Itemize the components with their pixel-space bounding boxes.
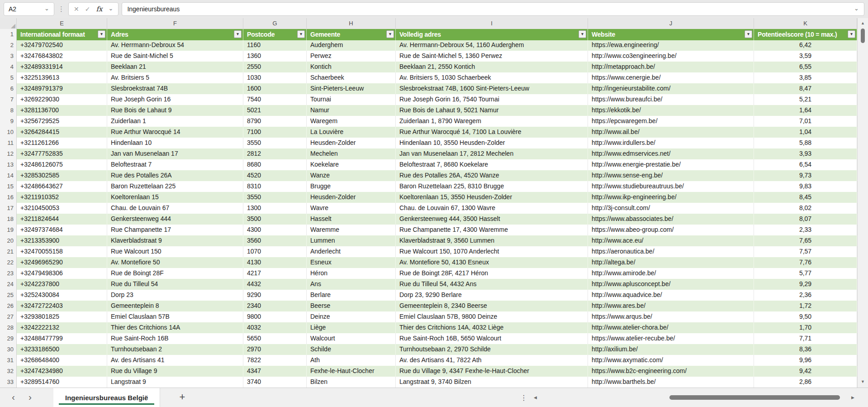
cell[interactable]: Rue Saint-Roch 16B, 5650 Walcourt xyxy=(396,333,588,345)
column-letter-H[interactable]: H xyxy=(307,18,396,29)
row-number[interactable]: 14 xyxy=(0,170,17,182)
cell[interactable]: 8,36 xyxy=(754,344,857,355)
cell[interactable]: +3269229030 xyxy=(17,94,107,105)
row-number[interactable]: 3 xyxy=(0,51,17,62)
cell[interactable]: 7,71 xyxy=(754,333,857,345)
cell[interactable]: Rue du Village 9, 4347 Fexhe-le-Haut-Clo… xyxy=(396,366,588,377)
cell[interactable]: 2812 xyxy=(243,148,307,160)
name-box[interactable]: A2 ⌄ xyxy=(4,2,54,16)
cell[interactable]: http://www.ares.be/ xyxy=(588,301,754,312)
cell[interactable]: +3242222132 xyxy=(17,322,107,334)
row-number[interactable]: 23 xyxy=(0,268,17,279)
name-box-resize-handle-icon[interactable]: ⋮ xyxy=(57,5,65,13)
next-sheet-icon[interactable]: › xyxy=(28,392,33,402)
cell[interactable]: Ans xyxy=(307,279,396,290)
cell[interactable]: Rue Bois de Lahaut 9 xyxy=(107,105,243,116)
row-number[interactable]: 10 xyxy=(0,127,17,138)
chevron-down-icon[interactable]: ⌄ xyxy=(108,5,113,11)
cell[interactable]: Deinze xyxy=(307,311,396,323)
cell[interactable]: Turnhoutsebaan 2, 2970 Schilde xyxy=(396,344,588,355)
filter-button[interactable]: ▾ xyxy=(579,30,586,38)
column-letter-J[interactable]: J xyxy=(588,18,754,29)
cell[interactable]: 3740 xyxy=(243,377,307,388)
cell[interactable]: http://www.co3engineering.be/ xyxy=(588,51,754,62)
cell[interactable]: http://www.sense-eng.be/ xyxy=(588,170,754,182)
cell[interactable]: La Louvière xyxy=(307,127,396,138)
row-number[interactable]: 7 xyxy=(0,94,17,105)
cell[interactable]: Tournai xyxy=(307,94,396,105)
cell[interactable]: 3560 xyxy=(243,235,307,247)
cell[interactable]: Turnhoutsebaan 2 xyxy=(107,344,243,355)
cell[interactable]: http://www.ail.be/ xyxy=(588,127,754,138)
cell[interactable]: 3,85 xyxy=(754,72,857,84)
cell[interactable]: https://www.atelier-recube.be/ xyxy=(588,333,754,345)
cell[interactable]: https://www.bureaufci.be/ xyxy=(588,94,754,105)
cell[interactable]: Wavre xyxy=(307,203,396,214)
cell[interactable]: 1030 xyxy=(243,72,307,84)
cell[interactable]: Rue Bois de Lahaut 9, 5021 Namur xyxy=(396,105,588,116)
cell[interactable]: +3211261266 xyxy=(17,138,107,149)
cell[interactable]: +32486643627 xyxy=(17,181,107,192)
cell[interactable]: 1360 xyxy=(243,51,307,62)
cell[interactable]: Waremme xyxy=(307,225,396,236)
cell[interactable]: 9,29 xyxy=(754,279,857,290)
cell[interactable]: Rue Walcourt 150 xyxy=(107,246,243,258)
cell[interactable]: http://metapproach.be/ xyxy=(588,62,754,73)
cell[interactable]: https://ekkotik.be/ xyxy=(588,105,754,116)
cell[interactable]: 4032 xyxy=(243,322,307,334)
cell[interactable]: 8310 xyxy=(243,181,307,192)
cell[interactable]: http://www.ikp-engineering.be/ xyxy=(588,192,754,203)
cell[interactable]: Klaverbladstraat 9 xyxy=(107,235,243,247)
cell[interactable]: Ath xyxy=(307,355,396,366)
cell[interactable]: https://ewa.engineering/ xyxy=(588,40,754,51)
cell[interactable]: 7822 xyxy=(243,355,307,366)
cell[interactable]: Mechelen xyxy=(307,148,396,160)
column-letter-I[interactable]: I xyxy=(396,18,588,29)
cell[interactable]: +3268648400 xyxy=(17,355,107,366)
cancel-icon[interactable]: ✕ xyxy=(74,6,79,12)
cell[interactable]: Jan van Musenelaan 17, 2812 Mechelen xyxy=(396,148,588,160)
prev-sheet-icon[interactable]: ‹ xyxy=(11,392,16,402)
cell[interactable]: +32477752835 xyxy=(17,148,107,160)
cell[interactable]: +32489791379 xyxy=(17,83,107,95)
row-number[interactable]: 32 xyxy=(0,366,17,377)
cell[interactable]: Bilzen xyxy=(307,377,396,388)
cell[interactable]: Rue du Tilleul 54 xyxy=(107,279,243,290)
header-cell[interactable]: Gemeente▾ xyxy=(307,29,396,40)
cell[interactable]: http://www.amirode.be/ xyxy=(588,268,754,279)
cell[interactable]: Av. Herrmann-Debroux 54 xyxy=(107,40,243,51)
cell[interactable]: Rue de Saint-Michel 5, 1360 Perwez xyxy=(396,51,588,62)
cell[interactable]: 7540 xyxy=(243,94,307,105)
vertical-scrollbar-thumb[interactable] xyxy=(861,29,865,43)
row-number[interactable]: 26 xyxy=(0,301,17,312)
cell[interactable]: Dorp 23, 9290 Berlare xyxy=(396,290,588,301)
filter-button[interactable]: ▾ xyxy=(848,30,855,38)
row-number[interactable]: 15 xyxy=(0,181,17,192)
cell[interactable]: Héron xyxy=(307,268,396,279)
cell[interactable]: 3550 xyxy=(243,138,307,149)
cell[interactable]: Jan van Musenelaan 17 xyxy=(107,148,243,160)
scrollbar-resize-handle-icon[interactable]: ⋮ xyxy=(520,393,527,402)
cell[interactable]: 2,86 xyxy=(754,377,857,388)
cell[interactable]: http://3j-consult.com/ xyxy=(588,203,754,214)
row-number[interactable]: 2 xyxy=(0,40,17,51)
scroll-up-icon[interactable]: ▲ xyxy=(861,18,865,27)
column-letter-E[interactable]: E xyxy=(17,18,107,29)
row-number[interactable]: 28 xyxy=(0,322,17,334)
cell[interactable]: +32472722403 xyxy=(17,301,107,312)
cell[interactable]: Slesbroekstraat 74B xyxy=(107,83,243,95)
row-number[interactable]: 1 xyxy=(0,29,17,40)
cell[interactable]: Klaverbladstraat 9, 3560 Lummen xyxy=(396,235,588,247)
cell[interactable]: Brugge xyxy=(307,181,396,192)
cell[interactable]: Rue Saint-Roch 16B xyxy=(107,333,243,345)
cell[interactable]: http://www.axymatic.com/ xyxy=(588,355,754,366)
cell[interactable]: Rue de Boingt 28F, 4217 Héron xyxy=(396,268,588,279)
cell[interactable]: 5021 xyxy=(243,105,307,116)
cell[interactable]: 1,04 xyxy=(754,127,857,138)
row-number[interactable]: 17 xyxy=(0,203,17,214)
cell[interactable]: https://www.b2c-engineering.com/ xyxy=(588,366,754,377)
cell[interactable]: +3264284415 xyxy=(17,127,107,138)
cell[interactable]: 9,83 xyxy=(754,181,857,192)
cell[interactable]: Av. Montefiore 50 xyxy=(107,257,243,268)
column-letter-G[interactable]: G xyxy=(243,18,307,29)
